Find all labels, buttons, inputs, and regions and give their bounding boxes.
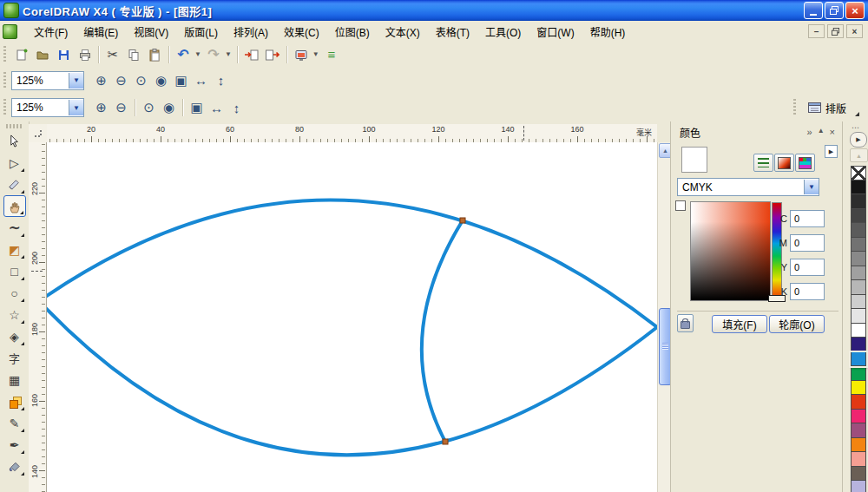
- palette-drag-handle[interactable]: ⋯: [852, 123, 860, 132]
- node-marker-bottom[interactable]: [443, 439, 448, 444]
- open-button[interactable]: [32, 44, 53, 65]
- menu-view[interactable]: 视图(V): [126, 22, 176, 42]
- undo-dropdown-icon[interactable]: ▼: [194, 50, 201, 58]
- combo-dropdown-button[interactable]: ▼: [69, 73, 83, 89]
- vertical-scrollbar[interactable]: ▲: [657, 142, 670, 492]
- lens-lower-arc[interactable]: [47, 301, 657, 455]
- combo-dropdown-button[interactable]: ▼: [69, 100, 83, 115]
- color-viewers-button[interactable]: [774, 154, 794, 172]
- import-button[interactable]: [241, 44, 262, 65]
- ellipse-tool[interactable]: ○: [3, 282, 26, 304]
- docker-close-icon[interactable]: ×: [830, 128, 835, 137]
- zoom-to-width-button[interactable]: ↔: [207, 98, 227, 117]
- zoom-in-button[interactable]: ⊕: [91, 98, 111, 117]
- text-tool[interactable]: 字: [3, 347, 26, 369]
- zoom-level-combo[interactable]: 125% ▼: [11, 71, 84, 90]
- lens-upper-arc[interactable]: [47, 200, 657, 327]
- zoom-to-height-button[interactable]: ↕: [211, 71, 231, 90]
- color-model-combo[interactable]: CMYK ▼: [677, 178, 819, 196]
- swatch-orange[interactable]: [851, 438, 866, 453]
- menu-window[interactable]: 窗口(W): [529, 22, 582, 42]
- new-button[interactable]: [11, 44, 32, 65]
- toolbar-grip[interactable]: [793, 99, 797, 116]
- doc-close-button[interactable]: ×: [846, 24, 863, 38]
- outline-pen-tool[interactable]: ✒: [3, 434, 26, 456]
- doc-minimize-button[interactable]: –: [808, 24, 825, 38]
- swatch-10-black[interactable]: [851, 309, 866, 324]
- menu-tools[interactable]: 工具(O): [477, 22, 529, 42]
- swatch-80-black[interactable]: [851, 209, 866, 224]
- color-sliders-button[interactable]: [753, 154, 773, 172]
- swatch-black[interactable]: [851, 180, 866, 195]
- menu-effects[interactable]: 效果(C): [276, 22, 327, 42]
- table-tool[interactable]: ▦: [3, 369, 26, 390]
- docker-dock-icon[interactable]: ▲: [818, 128, 825, 137]
- smart-fill-tool[interactable]: ◩: [3, 239, 26, 260]
- swatch-red[interactable]: [851, 395, 866, 410]
- swatch-white[interactable]: [851, 324, 866, 338]
- launcher-dropdown-icon[interactable]: ▼: [312, 50, 319, 58]
- application-launcher-button[interactable]: [291, 44, 312, 65]
- node-marker-top[interactable]: [460, 218, 465, 223]
- blend-tool[interactable]: [3, 390, 26, 412]
- toolbar-overflow-icon[interactable]: [855, 112, 859, 116]
- swatch-cyan-blue[interactable]: [851, 352, 866, 367]
- zoom-out-button[interactable]: ⊖: [111, 98, 131, 117]
- save-button[interactable]: [53, 44, 74, 65]
- basic-shapes-tool[interactable]: ◈: [3, 325, 26, 347]
- zoom-to-height-button[interactable]: ↕: [227, 98, 247, 117]
- saturation-value-picker[interactable]: [690, 201, 771, 301]
- menu-layout[interactable]: 版面(L): [176, 22, 226, 42]
- doc-restore-button[interactable]: [827, 24, 844, 38]
- polygon-tool[interactable]: ☆: [3, 304, 26, 325]
- channel-value-field[interactable]: 0: [790, 234, 825, 252]
- swatch-green[interactable]: [851, 366, 866, 381]
- swatch-20-black[interactable]: [851, 295, 866, 310]
- swatch-purple[interactable]: [851, 423, 866, 438]
- swatch-60-black[interactable]: [851, 238, 866, 253]
- toolbar-grip[interactable]: [3, 72, 6, 89]
- drawing-canvas[interactable]: [47, 142, 657, 492]
- copy-button[interactable]: [123, 44, 144, 65]
- paste-button[interactable]: [144, 44, 165, 65]
- swatch-90-black[interactable]: [851, 194, 866, 209]
- color-palettes-button[interactable]: [795, 154, 815, 172]
- docker-collapse-icon[interactable]: »: [807, 128, 812, 137]
- menu-edit[interactable]: 编辑(E): [76, 22, 126, 42]
- restore-button[interactable]: [825, 2, 844, 19]
- print-button[interactable]: [74, 44, 95, 65]
- zoom-to-all-button[interactable]: ◉: [151, 71, 171, 90]
- crossing-arc[interactable]: [422, 220, 463, 442]
- menu-arrange[interactable]: 排列(A): [226, 22, 276, 42]
- channel-value-field[interactable]: 0: [790, 283, 825, 300]
- swatch-lavender[interactable]: [851, 481, 866, 492]
- channel-value-field[interactable]: 0: [790, 259, 825, 276]
- customize-button[interactable]: ≡: [321, 44, 342, 65]
- shape-tool[interactable]: ▷: [3, 152, 26, 174]
- menu-table[interactable]: 表格(T): [428, 22, 477, 42]
- crop-tool[interactable]: [3, 174, 26, 195]
- redo-dropdown-icon[interactable]: ▼: [225, 50, 232, 58]
- zoom-to-selection-button[interactable]: ⊙: [139, 98, 159, 117]
- reference-color-square[interactable]: [675, 200, 686, 211]
- swatch-40-black[interactable]: [851, 266, 866, 281]
- swatch-yellow[interactable]: [851, 381, 866, 396]
- zoom-to-page-button[interactable]: ▣: [171, 71, 191, 90]
- layout-button[interactable]: 排版: [802, 99, 852, 117]
- zoom-to-all-button[interactable]: ◉: [159, 98, 179, 117]
- swatch-brown[interactable]: [851, 467, 866, 482]
- docker-flyout-button[interactable]: ▶: [825, 145, 838, 158]
- palette-scroll-up-button[interactable]: ▲: [850, 148, 868, 162]
- menu-help[interactable]: 帮助(H): [582, 22, 634, 42]
- fill-button[interactable]: 填充(F): [712, 315, 767, 333]
- toolbox-grip[interactable]: [6, 124, 23, 128]
- swatch-pink[interactable]: [851, 452, 866, 467]
- fill-tool[interactable]: [3, 456, 26, 477]
- undo-button[interactable]: ↶: [173, 44, 194, 65]
- lock-button[interactable]: [677, 314, 694, 332]
- export-button[interactable]: [262, 44, 283, 65]
- ruler-origin[interactable]: [29, 124, 47, 143]
- horizontal-ruler[interactable]: 20406080100120140160 毫米: [47, 124, 657, 143]
- zoom-to-page-button[interactable]: ▣: [187, 98, 207, 117]
- zoom-to-selection-button[interactable]: ⊙: [131, 71, 151, 90]
